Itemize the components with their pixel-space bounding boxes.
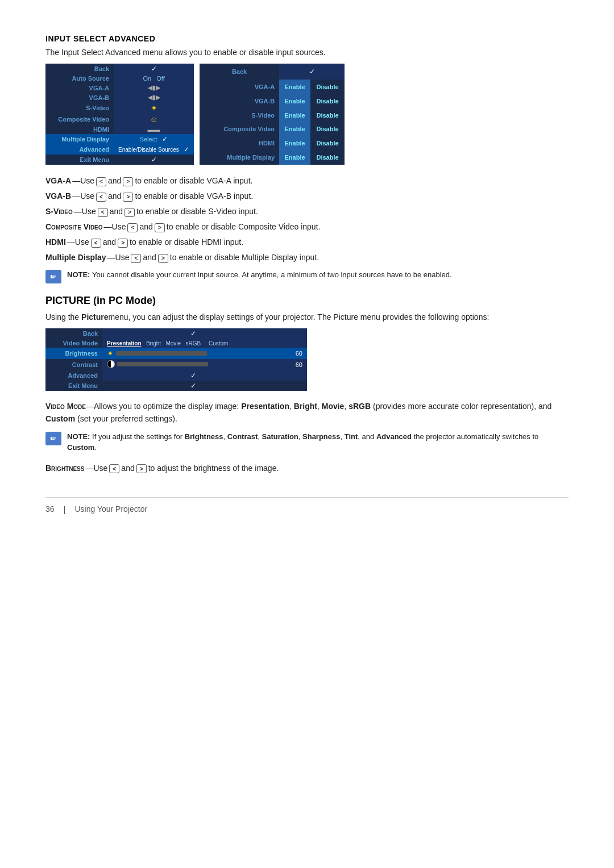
osd-value: ✦ xyxy=(114,102,194,114)
pic-osd-content: Presentation Bright Movie sRGB Custom xyxy=(102,339,284,348)
osd-wrapper: Back ✓ Auto Source On Off VGA-A ◀▮▶ VGA-… xyxy=(45,64,569,165)
pic-osd-value xyxy=(284,370,307,381)
osd-right-label: VGA-B xyxy=(200,94,279,108)
osd-label: VGA-A xyxy=(45,83,114,93)
left-arrow-multiple: < xyxy=(131,254,141,263)
osd-label: HDMI xyxy=(45,125,114,134)
osd-right-enable: Enable xyxy=(279,136,310,151)
osd-right-vga-a: VGA-A Enable Disable xyxy=(200,80,345,94)
pic-osd-contrast: Contrast 60 xyxy=(45,359,307,370)
video-mode-presentation: Presentation xyxy=(241,402,289,411)
left-arrow-vga-b: < xyxy=(96,193,106,202)
pic-osd-content: ✦ xyxy=(102,348,284,359)
section2-intro: Using the Picturemenu, you can adjust th… xyxy=(45,312,569,322)
section2-intro-part2: menu, you can adjust the display setting… xyxy=(109,312,489,322)
osd-value: Select ✓ xyxy=(114,134,194,144)
right-arrow-vga-a: > xyxy=(123,177,133,186)
osd-label: VGA-B xyxy=(45,93,114,102)
footer-separator: | xyxy=(64,504,66,514)
osd-right-label: S-Video xyxy=(200,108,279,122)
right-arrow-multiple: > xyxy=(158,254,168,263)
pic-osd-label: Back xyxy=(45,328,102,339)
conjunction-vga-a: and xyxy=(108,175,121,187)
note2-icon xyxy=(45,432,61,445)
note1-box: NOTE: You cannot disable your current in… xyxy=(45,269,569,283)
page-number: 36 xyxy=(45,504,55,514)
osd-value: On Off xyxy=(114,74,194,83)
osd-right-enable: Enable xyxy=(279,108,310,122)
desc-vga-b-text: to enable or disable VGA-B input. xyxy=(135,190,253,202)
osd-right-enable: Enable xyxy=(279,94,310,108)
left-arrow-vga-a: < xyxy=(96,177,106,186)
right-arrow-svideo: > xyxy=(125,208,135,217)
pic-osd-content: ✓ xyxy=(102,370,284,381)
desc-svideo-text: to enable or disable S-Video input. xyxy=(136,206,258,218)
pic-osd-brightness: Brightness ✦ 60 xyxy=(45,348,307,359)
osd-value: Enable/Disable Sources ✓ xyxy=(114,144,194,155)
osd-label: Auto Source xyxy=(45,74,114,83)
pic-osd-videomode: Video Mode Presentation Bright Movie sRG… xyxy=(45,339,307,348)
note2-text: NOTE: If you adjust the settings for Bri… xyxy=(67,431,569,453)
osd-right-enable: Enable xyxy=(279,122,310,136)
section-picture-pc-mode: PICTURE (in PC Mode) Using the Pictureme… xyxy=(45,295,569,474)
osd-row-exit: Exit Menu ✓ xyxy=(45,155,194,165)
osd-right-label: VGA-A xyxy=(200,80,279,94)
desc-hdmi-text: to enable or disable HDMI input. xyxy=(130,236,243,248)
note2-and: and xyxy=(362,432,375,441)
osd-row-back: Back ✓ xyxy=(45,64,194,74)
contrast-track xyxy=(117,362,208,366)
desc-composite-text: to enable or disable Composite Video inp… xyxy=(167,221,321,233)
desc-multiple: Multiple Display—Use < and > to enable o… xyxy=(45,252,569,264)
pic-osd-content: ✓ xyxy=(102,328,284,339)
desc-composite: Composite Video—Use < and > to enable or… xyxy=(45,221,569,233)
section1-title: INPUT SELECT ADVANCED xyxy=(45,34,569,43)
osd-row-hdmi: HDMI ▬▬ xyxy=(45,125,194,134)
video-mode-bright: Bright xyxy=(294,402,317,411)
picture-osd-table: Back ✓ Video Mode Presentation Bright Mo… xyxy=(45,328,307,391)
desc-svideo: S-Video—Use < and > to enable or disable… xyxy=(45,206,569,218)
pic-osd-value: 60 xyxy=(284,348,307,359)
pic-osd-value xyxy=(284,328,307,339)
osd-right-enable: Enable xyxy=(279,151,310,165)
pic-osd-content xyxy=(102,359,284,370)
pic-osd-exit: Exit Menu ✓ xyxy=(45,381,307,391)
osd-label: Exit Menu xyxy=(45,155,114,165)
page-footer: 36 | Using Your Projector xyxy=(45,497,569,514)
osd-right-back-label: Back xyxy=(200,64,279,80)
conjunction-brightness: and xyxy=(121,462,134,474)
pic-osd-label: Contrast xyxy=(45,359,102,370)
osd-row-vga-b: VGA-B ◀▮▶ xyxy=(45,93,194,102)
section2-intro-part1: Using the xyxy=(45,312,81,322)
footer-label: Using Your Projector xyxy=(74,504,147,514)
desc-brightness-text: to adjust the brightness of the image. xyxy=(148,462,279,474)
osd-left-table: Back ✓ Auto Source On Off VGA-A ◀▮▶ VGA-… xyxy=(45,64,194,165)
left-arrow-hdmi: < xyxy=(91,239,101,248)
desc-composite-label: Composite Video xyxy=(45,221,103,233)
osd-right-disable: Disable xyxy=(310,122,345,136)
desc-hdmi: HDMI—Use < and > to enable or disable HD… xyxy=(45,236,569,248)
osd-right-disable: Disable xyxy=(310,136,345,151)
osd-label: Multiple Display xyxy=(45,134,114,144)
osd-right-disable: Disable xyxy=(310,108,345,122)
osd-value: ◀▮▶ xyxy=(114,83,194,93)
desc-brightness-label: Brightness xyxy=(45,462,84,474)
left-arrow-svideo: < xyxy=(98,208,108,217)
pic-osd-label: Advanced xyxy=(45,370,102,381)
note2-label: NOTE: xyxy=(67,432,92,441)
desc-brightness: Brightness—Use < and > to adjust the bri… xyxy=(45,462,569,474)
video-mode-and: and xyxy=(538,402,551,411)
osd-row-svideo: S-Video ✦ xyxy=(45,102,194,114)
pic-osd-value: 60 xyxy=(284,359,307,370)
desc-multiple-text: to enable or disable Multiple Display in… xyxy=(170,252,319,264)
pic-osd-value xyxy=(284,339,307,348)
osd-label: Composite Video xyxy=(45,114,114,125)
video-mode-srgb: sRGB xyxy=(349,402,371,411)
brightness-icon: ✦ xyxy=(107,349,114,358)
desc-vga-a: VGA-A—Use < and > to enable or disable V… xyxy=(45,175,569,187)
osd-row-autosource: Auto Source On Off xyxy=(45,74,194,83)
osd-row-multiple: Multiple Display Select ✓ xyxy=(45,134,194,144)
note1-label: NOTE: xyxy=(67,270,92,279)
section2-title: PICTURE (in PC Mode) xyxy=(45,295,569,307)
video-mode-description: Video Mode—Allows you to optimize the di… xyxy=(45,400,569,425)
osd-right-enable: Enable xyxy=(279,80,310,94)
